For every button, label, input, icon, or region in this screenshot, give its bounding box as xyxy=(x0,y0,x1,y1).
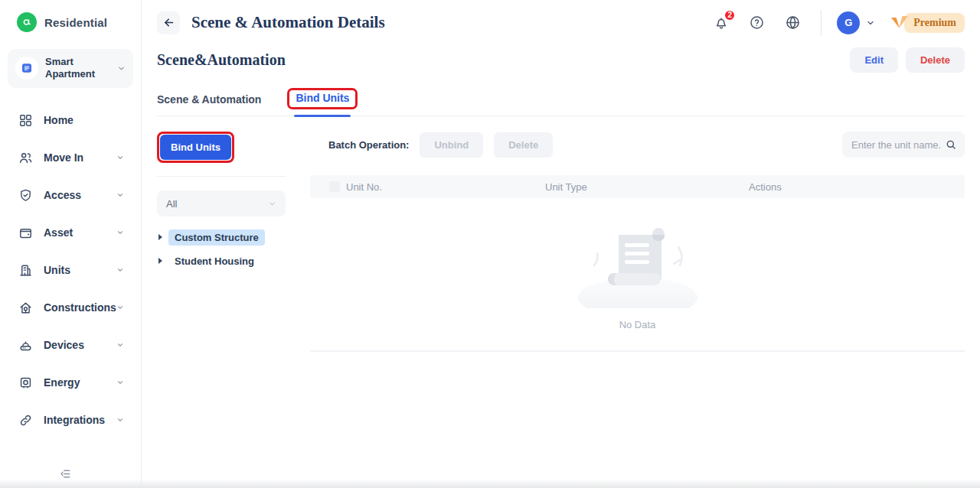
brand-logo-row: Residential xyxy=(0,0,141,32)
wallet-icon xyxy=(18,226,33,240)
sidebar-item-label: Integrations xyxy=(44,414,105,426)
sidebar: Residential Smart Apartment Home Move In xyxy=(0,0,142,488)
edit-button[interactable]: Edit xyxy=(850,47,898,73)
sidebar-item-label: Access xyxy=(44,189,81,201)
sidebar-item-label: Move In xyxy=(44,151,83,164)
building-icon xyxy=(18,263,33,278)
avatar[interactable]: G xyxy=(837,11,860,34)
column-header-actions: Actions xyxy=(749,181,782,193)
device-icon xyxy=(18,338,33,353)
annotation-highlight-box: Bind Units xyxy=(287,88,358,109)
section-title: Scene&Automation xyxy=(157,51,286,69)
select-all-checkbox[interactable] xyxy=(329,181,340,192)
app-window: Residential Smart Apartment Home Move In xyxy=(0,0,980,488)
notification-badge: 2 xyxy=(724,9,736,21)
sidebar-collapse-icon[interactable] xyxy=(60,467,73,483)
search-input[interactable] xyxy=(851,139,942,151)
v-logo-icon xyxy=(890,15,909,31)
caret-right-icon[interactable] xyxy=(158,258,162,264)
link-icon xyxy=(18,413,33,428)
chevron-down-icon xyxy=(116,416,124,424)
sidebar-item-move-in[interactable]: Move In xyxy=(0,139,141,177)
batch-operation-row: Batch Operation: Unbind Delete xyxy=(310,132,965,158)
chevron-down-icon xyxy=(116,229,124,236)
structure-tree: Custom Structure Student Housing xyxy=(157,229,286,269)
back-button[interactable] xyxy=(157,11,180,34)
brand-name: Residential xyxy=(44,16,107,29)
panel-divider xyxy=(157,176,286,177)
property-icon xyxy=(15,57,38,80)
property-selector[interactable]: Smart Apartment xyxy=(8,49,133,88)
chevron-down-icon xyxy=(116,154,124,161)
batch-operation-label: Batch Operation: xyxy=(328,139,409,151)
chevron-down-icon xyxy=(268,200,276,208)
units-table-area: Batch Operation: Unbind Delete Unit No. … xyxy=(310,132,965,488)
sidebar-item-access[interactable]: Access xyxy=(0,177,141,214)
sidebar-item-label: Asset xyxy=(44,226,73,239)
premium-plan[interactable]: Premium xyxy=(890,13,965,33)
delete-button[interactable]: Delete xyxy=(906,47,965,73)
property-name: Smart Apartment xyxy=(45,56,100,81)
empty-state: No Data xyxy=(310,218,965,330)
page-title: Scene & Automation Details xyxy=(191,13,385,32)
chevron-down-icon xyxy=(116,341,124,349)
sidebar-item-label: Home xyxy=(44,114,74,126)
tab-bind-units[interactable]: Bind Units xyxy=(287,88,358,115)
main-content: Scene & Automation Details 2 G xyxy=(142,0,980,488)
sidebar-item-home[interactable]: Home xyxy=(0,102,141,139)
bind-units-button[interactable]: Bind Units xyxy=(160,135,231,160)
people-icon xyxy=(18,151,33,165)
section-actions: Edit Delete xyxy=(850,47,965,73)
column-header-unit-no: Unit No. xyxy=(346,181,382,193)
sidebar-item-label: Devices xyxy=(44,339,84,351)
column-header-unit-type: Unit Type xyxy=(545,181,587,193)
tab-scene-automation[interactable]: Scene & Automation xyxy=(157,93,261,115)
tab-bar: Scene & Automation Bind Units xyxy=(157,88,965,116)
sidebar-item-integrations[interactable]: Integrations xyxy=(0,402,141,439)
empty-state-text: No Data xyxy=(619,319,656,330)
sidebar-nav: Home Move In Access Asset Units xyxy=(0,102,141,439)
sidebar-item-label: Units xyxy=(44,264,70,276)
grid-icon xyxy=(18,113,33,128)
sidebar-item-energy[interactable]: Energy xyxy=(0,364,141,402)
chevron-down-icon xyxy=(116,304,124,311)
sidebar-item-devices[interactable]: Devices xyxy=(0,327,141,364)
notification-bell-icon[interactable]: 2 xyxy=(714,15,729,31)
brand-logo-icon xyxy=(17,12,37,32)
units-filter-panel: Bind Units All Custom Structure xyxy=(157,132,286,488)
help-icon[interactable] xyxy=(749,15,765,31)
table-bottom-divider xyxy=(310,350,965,352)
top-header: Scene & Automation Details 2 G xyxy=(157,0,965,35)
tree-item-custom-structure[interactable]: Custom Structure xyxy=(157,229,286,246)
header-divider xyxy=(821,10,822,36)
caret-right-icon[interactable] xyxy=(158,234,162,240)
table-header: Unit No. Unit Type Actions xyxy=(310,175,965,198)
globe-icon[interactable] xyxy=(785,15,801,31)
sidebar-item-units[interactable]: Units xyxy=(0,252,141,289)
select-value: All xyxy=(166,198,177,210)
sidebar-item-constructions[interactable]: Constructions xyxy=(0,289,141,327)
unbind-button[interactable]: Unbind xyxy=(420,132,483,158)
premium-badge: Premium xyxy=(904,13,965,33)
chevron-down-icon xyxy=(116,379,124,386)
annotation-highlight-box: Bind Units xyxy=(157,132,234,163)
tree-item-label: Student Housing xyxy=(168,253,260,269)
tree-item-student-housing[interactable]: Student Housing xyxy=(157,252,286,269)
shield-check-icon xyxy=(18,188,33,203)
batch-delete-button[interactable]: Delete xyxy=(494,132,553,158)
sidebar-item-label: Constructions xyxy=(44,301,116,314)
tree-item-label: Custom Structure xyxy=(168,229,265,246)
content-area: Bind Units All Custom Structure xyxy=(157,132,965,488)
sidebar-item-asset[interactable]: Asset xyxy=(0,214,141,252)
chevron-down-icon xyxy=(117,64,126,73)
unit-search-box xyxy=(842,132,965,158)
section-header: Scene&Automation Edit Delete xyxy=(157,47,965,73)
structure-filter-select[interactable]: All xyxy=(157,190,286,216)
meter-icon xyxy=(18,376,33,390)
search-icon[interactable] xyxy=(945,138,957,151)
chevron-down-icon[interactable] xyxy=(866,18,875,28)
chevron-down-icon xyxy=(116,191,124,199)
house-icon xyxy=(18,301,33,315)
sidebar-item-label: Energy xyxy=(44,376,80,389)
header-actions: 2 G Premium xyxy=(714,10,965,36)
